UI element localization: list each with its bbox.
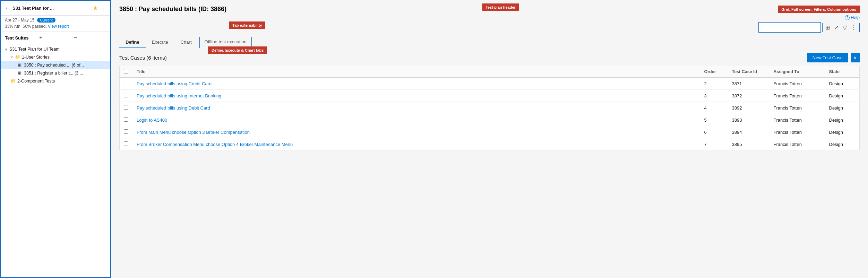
row-order-cell: 2 (700, 78, 728, 90)
sidebar-dates: Apr 27 - May 15 Current (5, 18, 106, 23)
tree-item-label: S31 Test Plan for UI Team (9, 47, 60, 52)
row-id-cell: 3892 (728, 102, 770, 114)
row-state-cell: Design (825, 90, 860, 102)
page-title: 3850 : Pay scheduled bills (ID: 3866) (119, 6, 226, 13)
toolbar-icons-group: ⊞ ⤢ ▽ ⋮ (822, 23, 860, 32)
select-all-checkbox[interactable] (124, 69, 128, 73)
favorite-star-icon[interactable]: ★ (93, 5, 98, 11)
new-test-case-button[interactable]: New Test Case (807, 53, 848, 62)
sidebar-meta: Apr 27 - May 15 Current 33% run, 66% pas… (1, 16, 110, 32)
fullscreen-icon[interactable]: ⤢ (834, 24, 839, 31)
tree-item-3851[interactable]: ▣ 3851 : Register a biller t... (3 ... (1, 69, 110, 77)
collapse-suite-icon[interactable]: − (74, 35, 106, 41)
tab-define[interactable]: Define (119, 37, 146, 48)
row-checkbox[interactable] (124, 105, 128, 110)
tab-extensibility-annotation: Tab extensibility (229, 21, 265, 29)
filter-icon[interactable]: ▽ (843, 24, 847, 31)
row-checkbox[interactable] (124, 129, 128, 134)
test-case-title-link[interactable]: Pay scheduled bills using Credit Card (137, 81, 212, 86)
tree-item-3850[interactable]: ▣ 3850 : Pay scheduled ... (6 of... (1, 61, 110, 69)
tabs-area: Define Execute Chart Offline test execut… (111, 33, 868, 48)
row-order-cell: 6 (700, 126, 728, 138)
row-state-cell: Design (825, 138, 860, 150)
select-all-header (120, 66, 133, 78)
table-row: Pay scheduled bills using Credit Card 2 … (120, 78, 860, 90)
row-assigned-cell: Francis Totten (770, 102, 825, 114)
tree-item-label: 1-User Stories (22, 55, 50, 60)
row-assigned-cell: Francis Totten (770, 126, 825, 138)
help-circle-icon: ? (845, 15, 850, 20)
tree-item-label: 2-Component Tests (17, 79, 55, 84)
test-case-title-link[interactable]: Pay scheduled bills using Internet Banki… (137, 93, 221, 98)
test-case-id-column-header[interactable]: Test Case Id (728, 66, 770, 78)
row-assigned-cell: Francis Totten (770, 90, 825, 102)
row-checkbox-cell (120, 102, 133, 114)
sidebar-more-icon[interactable]: ⋮ (100, 4, 106, 12)
test-case-title-link[interactable]: From Main Menu choose Option 3 Broker Co… (137, 130, 250, 135)
test-suites-label: Test Suites (5, 35, 37, 41)
row-checkbox[interactable] (124, 93, 128, 97)
row-state-cell: Design (825, 114, 860, 126)
table-row: Login to AS400 5 3893 Francis Totten Des… (120, 114, 860, 126)
row-title-cell: From Broker Compensation Menu choose Opt… (132, 138, 700, 150)
row-checkbox[interactable] (124, 81, 128, 85)
folder-icon: 📁 (15, 54, 20, 60)
row-assigned-cell: Francis Totten (770, 114, 825, 126)
tree-root-item[interactable]: ∨ S31 Test Plan for UI Team (1, 45, 110, 53)
view-report-link[interactable]: View report (48, 24, 69, 29)
back-button[interactable]: ← (5, 5, 10, 11)
grid-toolbar-annotation: Grid, Full screen, Filters, Column optio… (778, 6, 860, 13)
order-column-header[interactable]: Order (700, 66, 728, 78)
date-range: Apr 27 - May 15 (5, 18, 34, 23)
new-test-case-caret-button[interactable]: ∨ (850, 53, 860, 62)
grid-actions: New Test Case ∨ (807, 53, 860, 62)
row-order-cell: 3 (700, 90, 728, 102)
title-column-header[interactable]: Title (132, 66, 700, 78)
define-execute-chart-annotation: Define, Execute & Chart tabs (208, 46, 267, 54)
row-title-cell: Pay scheduled bills using Internet Banki… (132, 90, 700, 102)
grid-title: Test Cases (6 items) (119, 55, 167, 61)
test-case-title-link[interactable]: Login to AS400 (137, 118, 167, 123)
tab-execute[interactable]: Execute (146, 37, 174, 48)
progress-text: 33% run, 66% passed. (5, 24, 47, 29)
tab-chart[interactable]: Chart (174, 37, 198, 48)
folder-icon: 📁 (10, 78, 16, 84)
tree-folder-user-stories[interactable]: ∨ 📁 1-User Stories (1, 53, 110, 61)
test-case-title-link[interactable]: From Broker Compensation Menu choose Opt… (137, 142, 293, 147)
chevron-down-icon: ∨ (10, 55, 13, 59)
row-assigned-cell: Francis Totten (770, 138, 825, 150)
assigned-to-column-header[interactable]: Assigned To (770, 66, 825, 78)
row-title-cell: Pay scheduled bills using Credit Card (132, 78, 700, 90)
row-order-cell: 4 (700, 102, 728, 114)
row-checkbox-cell (120, 126, 133, 138)
tree-item-label: 3851 : Register a biller t... (3 ... (24, 71, 83, 76)
row-id-cell: 3872 (728, 90, 770, 102)
sidebar-plan-title: S31 Test Plan for ... (12, 6, 91, 11)
row-order-cell: 7 (700, 138, 728, 150)
table-row: Pay scheduled bills using Debit Card 4 3… (120, 102, 860, 114)
row-title-cell: Login to AS400 (132, 114, 700, 126)
state-column-header[interactable]: State (825, 66, 860, 78)
column-options-icon[interactable]: ⋮ (851, 24, 857, 31)
table-header-row: Title Order Test Case Id Assigned To Sta… (120, 66, 860, 78)
row-id-cell: 3871 (728, 78, 770, 90)
test-cases-table: Title Order Test Case Id Assigned To Sta… (119, 66, 860, 150)
row-assigned-cell: Francis Totten (770, 78, 825, 90)
row-checkbox-cell (120, 138, 133, 150)
main-content: 3850 : Pay scheduled bills (ID: 3866) Te… (111, 0, 868, 278)
grid-view-icon[interactable]: ⊞ (825, 24, 830, 31)
row-state-cell: Design (825, 102, 860, 114)
add-suite-icon[interactable]: + (39, 35, 71, 41)
sidebar: ← S31 Test Plan for ... ★ ⋮ Apr 27 - May… (0, 0, 111, 278)
test-suite-item-icon: ▣ (17, 62, 22, 68)
row-checkbox[interactable] (124, 141, 128, 146)
table-row: From Broker Compensation Menu choose Opt… (120, 138, 860, 150)
tree-folder-component-tests[interactable]: 📁 2-Component Tests (1, 77, 110, 85)
test-suites-tree: ∨ S31 Test Plan for UI Team ∨ 📁 1-User S… (1, 44, 110, 277)
row-title-cell: From Main Menu choose Option 3 Broker Co… (132, 126, 700, 138)
help-link[interactable]: ? Help (845, 15, 860, 20)
test-plan-header-annotation: Test plan header (482, 3, 519, 11)
test-case-title-link[interactable]: Pay scheduled bills using Debit Card (137, 105, 210, 111)
search-filter-box[interactable] (758, 22, 821, 33)
row-checkbox[interactable] (124, 117, 128, 122)
